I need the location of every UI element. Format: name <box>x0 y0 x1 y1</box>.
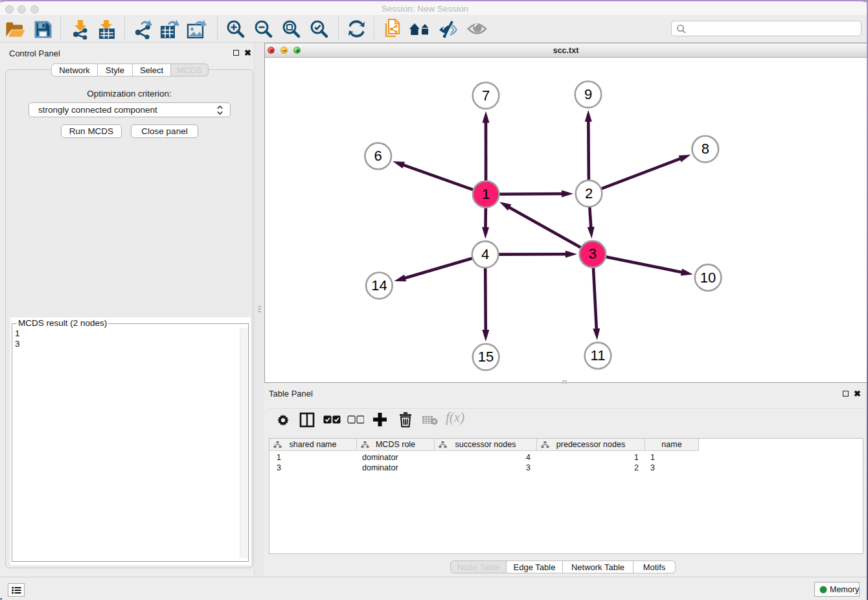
svg-text:11: 11 <box>591 347 606 363</box>
svg-text:4: 4 <box>481 246 489 262</box>
svg-text:9: 9 <box>584 86 592 102</box>
svg-text:1: 1 <box>482 186 490 202</box>
svg-text:15: 15 <box>478 349 494 365</box>
svg-text:2: 2 <box>585 185 593 202</box>
svg-text:3: 3 <box>589 246 597 262</box>
svg-text:7: 7 <box>482 87 490 104</box>
svg-text:14: 14 <box>371 277 387 294</box>
svg-text:6: 6 <box>374 148 382 164</box>
svg-text:8: 8 <box>702 141 709 157</box>
svg-text:10: 10 <box>700 270 716 286</box>
